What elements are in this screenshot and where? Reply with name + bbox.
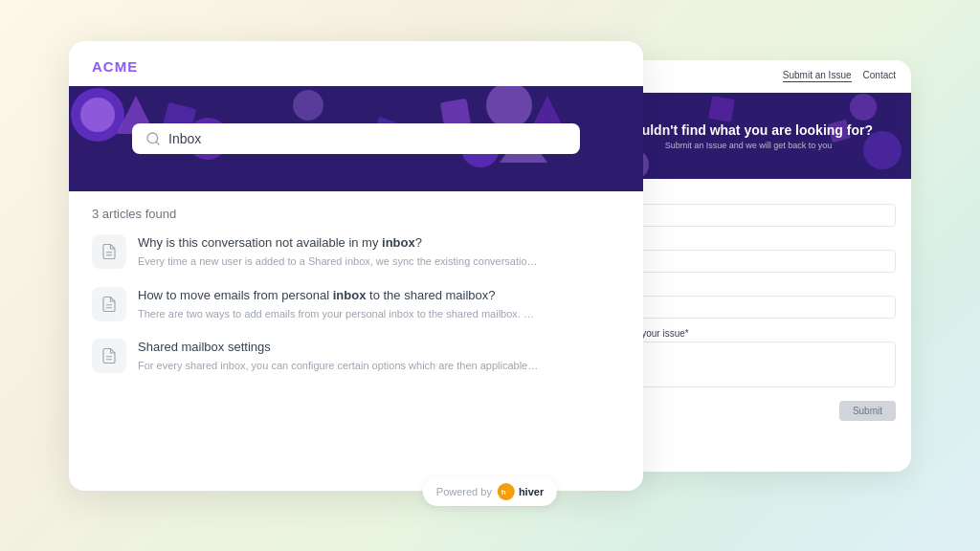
doc-icon: [100, 347, 118, 364]
article-title: Shared mailbox settings: [138, 339, 540, 356]
hiver-icon: h: [501, 486, 512, 497]
article-icon: [92, 287, 126, 321]
article-icon: [92, 339, 126, 373]
article-title: Why is this conversation not available i…: [138, 234, 540, 252]
results-count: 3 articles found: [92, 207, 620, 221]
svg-text:h: h: [501, 488, 506, 496]
article-title: How to move emails from personal inbox t…: [138, 287, 540, 304]
article-excerpt: Every time a new user is added to a Shar…: [138, 254, 540, 269]
email-label: Email*: [601, 236, 896, 247]
hiver-text: hiver: [519, 486, 544, 497]
issue-textarea[interactable]: [601, 342, 896, 387]
submit-button[interactable]: Submit: [839, 401, 896, 421]
search-icon: [145, 131, 161, 146]
subject-label: Subject*: [601, 282, 896, 293]
article-item[interactable]: How to move emails from personal inbox t…: [92, 287, 620, 322]
article-content: Shared mailbox settings For every shared…: [138, 339, 540, 374]
back-nav-links: Submit an Issue Contact: [783, 70, 896, 82]
svg-line-19: [156, 142, 159, 144]
results-section: 3 articles found Why is this conversatio…: [69, 191, 643, 407]
svg-point-16: [293, 90, 323, 121]
article-item[interactable]: Why is this conversation not available i…: [92, 234, 620, 270]
scene: ACME Submit an Issue Contact Couldn't fi…: [69, 41, 911, 510]
email-field: Email*: [601, 236, 896, 273]
article-content: Why is this conversation not available i…: [138, 234, 540, 270]
article-content: How to move emails from personal inbox t…: [138, 287, 540, 322]
subject-field: Subject*: [601, 282, 896, 319]
powered-by-text: Powered by: [436, 486, 492, 497]
article-excerpt: There are two ways to add emails from yo…: [138, 307, 540, 321]
search-container: Inbox: [132, 123, 580, 154]
svg-rect-4: [708, 96, 735, 122]
name-input[interactable]: [601, 204, 896, 227]
article-excerpt: For every shared inbox, you can configur…: [138, 359, 540, 373]
email-input[interactable]: [601, 250, 896, 273]
issue-label: Describe your issue*: [601, 328, 896, 339]
search-value: Inbox: [168, 131, 201, 146]
back-hero-title: Couldn't find what you are looking for?: [624, 122, 873, 138]
hiver-logo: h hiver: [498, 483, 544, 500]
svg-point-1: [850, 94, 877, 121]
svg-point-11: [486, 86, 532, 128]
article-icon: [92, 234, 126, 269]
back-hero-subtitle: Submit an Issue and we will get back to …: [624, 141, 873, 150]
name-field: Name*: [601, 190, 896, 227]
front-card: ACME: [69, 41, 643, 491]
doc-icon: [100, 243, 118, 260]
svg-point-7: [80, 98, 115, 132]
nav-submit-issue[interactable]: Submit an Issue: [783, 70, 852, 82]
doc-icon: [100, 296, 118, 313]
powered-by-footer: Powered by h hiver: [423, 477, 557, 506]
issue-field: Describe your issue*: [601, 328, 896, 391]
front-hero: Inbox: [69, 86, 643, 191]
name-label: Name*: [601, 190, 896, 201]
hiver-badge: h: [498, 483, 515, 500]
search-bar: Inbox: [132, 123, 580, 154]
subject-input[interactable]: [601, 296, 896, 319]
article-item[interactable]: Shared mailbox settings For every shared…: [92, 339, 620, 374]
nav-contact[interactable]: Contact: [863, 70, 896, 82]
front-logo: ACME: [69, 41, 643, 86]
